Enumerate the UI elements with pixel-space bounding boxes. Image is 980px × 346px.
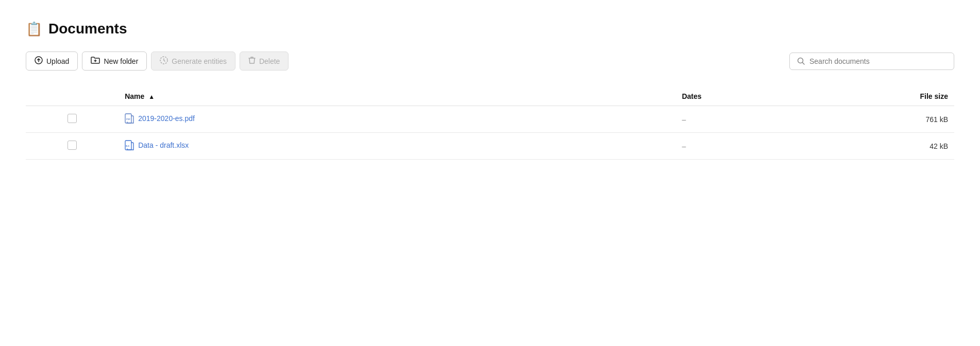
table-body: PDF 2019-2020-es.pdf–761 kB XLS Data - d… bbox=[26, 106, 954, 160]
delete-label: Delete bbox=[259, 57, 280, 65]
file-link[interactable]: PDF 2019-2020-es.pdf bbox=[125, 113, 195, 124]
generate-entities-label: Generate entities bbox=[172, 57, 227, 65]
sort-arrow-icon: ▲ bbox=[148, 93, 155, 100]
page-header: 📋 Documents bbox=[26, 21, 954, 37]
col-checkbox-header bbox=[26, 87, 119, 106]
row-checkbox[interactable] bbox=[67, 114, 77, 123]
row-dates-cell: – bbox=[675, 106, 815, 133]
row-checkbox[interactable] bbox=[67, 141, 77, 150]
search-input[interactable] bbox=[809, 57, 947, 65]
page-title: Documents bbox=[48, 21, 127, 37]
search-box[interactable] bbox=[789, 53, 954, 70]
generate-entities-icon bbox=[160, 56, 168, 66]
svg-text:XLS: XLS bbox=[126, 145, 129, 147]
row-size-cell: 761 kB bbox=[815, 106, 954, 133]
row-name-cell: PDF 2019-2020-es.pdf bbox=[119, 106, 675, 133]
delete-button[interactable]: Delete bbox=[240, 51, 289, 71]
file-name: 2019-2020-es.pdf bbox=[138, 114, 195, 123]
documents-icon: 📋 bbox=[26, 21, 42, 37]
row-name-cell: XLS Data - draft.xlsx bbox=[119, 133, 675, 160]
toolbar: Upload New folder Generate entities bbox=[26, 51, 954, 71]
toolbar-left: Upload New folder Generate entities bbox=[26, 51, 289, 71]
delete-icon bbox=[248, 56, 256, 66]
table-row: XLS Data - draft.xlsx–42 kB bbox=[26, 133, 954, 160]
upload-icon bbox=[35, 56, 43, 66]
file-name: Data - draft.xlsx bbox=[138, 141, 189, 149]
col-dates-header[interactable]: Dates bbox=[675, 87, 815, 106]
col-size-header[interactable]: File size bbox=[815, 87, 954, 106]
col-name-header[interactable]: Name ▲ bbox=[119, 87, 675, 106]
new-folder-label: New folder bbox=[104, 57, 138, 65]
table-row: PDF 2019-2020-es.pdf–761 kB bbox=[26, 106, 954, 133]
table-header: Name ▲ Dates File size bbox=[26, 87, 954, 106]
row-dates-cell: – bbox=[675, 133, 815, 160]
generate-entities-button[interactable]: Generate entities bbox=[151, 51, 235, 71]
svg-text:PDF: PDF bbox=[126, 118, 131, 120]
row-checkbox-cell bbox=[26, 106, 119, 133]
search-icon bbox=[797, 57, 805, 65]
row-size-cell: 42 kB bbox=[815, 133, 954, 160]
new-folder-icon bbox=[91, 56, 100, 66]
file-table: Name ▲ Dates File size PDF 2019-2020-es.… bbox=[26, 87, 954, 160]
upload-button[interactable]: Upload bbox=[26, 51, 78, 71]
upload-label: Upload bbox=[46, 57, 69, 65]
row-checkbox-cell bbox=[26, 133, 119, 160]
file-link[interactable]: XLS Data - draft.xlsx bbox=[125, 140, 189, 150]
new-folder-button[interactable]: New folder bbox=[82, 51, 147, 71]
